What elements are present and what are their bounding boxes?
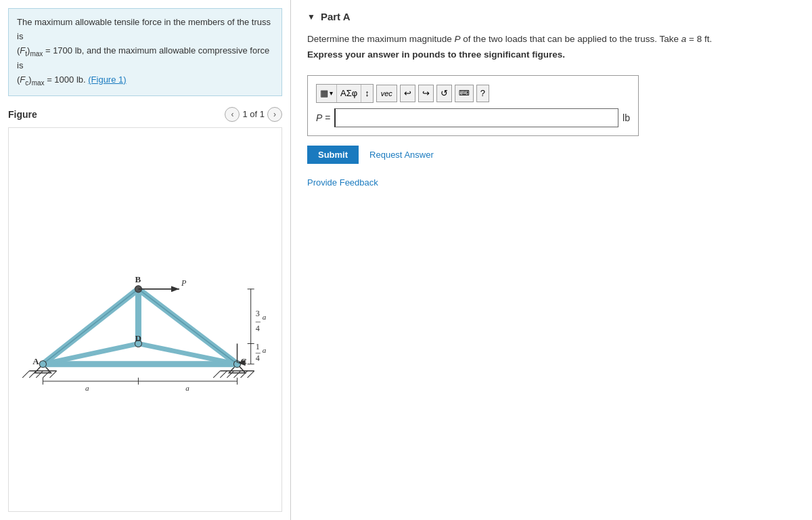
vec-button[interactable]: vec: [376, 85, 397, 102]
arrows-button[interactable]: ↕: [361, 85, 373, 102]
truss-figure: 3 ─ 4 a 1 ─ 4 a a a: [9, 128, 281, 511]
svg-text:D: D: [135, 333, 141, 343]
part-label: Part A: [321, 11, 351, 22]
svg-text:a: a: [85, 384, 89, 392]
svg-line-1: [22, 370, 29, 377]
prev-figure-button[interactable]: ‹: [225, 107, 240, 122]
svg-text:a: a: [185, 384, 189, 392]
figure-link[interactable]: (Figure 1): [88, 74, 126, 85]
collapse-icon[interactable]: ▼: [307, 12, 315, 22]
svg-line-3: [36, 370, 43, 377]
input-row: P = lb: [316, 108, 630, 127]
svg-text:3: 3: [256, 309, 260, 318]
undo-button[interactable]: ↩: [400, 85, 415, 102]
svg-text:a: a: [263, 345, 267, 353]
svg-text:P: P: [181, 278, 187, 287]
svg-text:a: a: [263, 313, 267, 321]
icon-group-left: ▦ ▾ ΑΣφ ↕: [316, 84, 374, 103]
problem-description: Determine the maximum magnitude P of the…: [307, 32, 796, 63]
node-A: [39, 360, 46, 367]
action-row: Submit Request Answer: [307, 146, 796, 164]
unit-label: lb: [623, 112, 630, 123]
problem-statement: The maximum allowable tensile force in t…: [8, 8, 282, 96]
svg-text:4: 4: [256, 353, 260, 362]
answer-format-instruction: Express your answer in pounds to three s…: [307, 49, 565, 60]
refresh-button[interactable]: ↺: [436, 85, 452, 102]
svg-line-4: [43, 370, 49, 377]
figure-title: Figure: [8, 109, 37, 120]
redo-button[interactable]: ↪: [418, 85, 434, 102]
answer-box: ▦ ▾ ΑΣφ ↕ vec ↩ ↪: [307, 75, 639, 136]
page-indicator: 1 of 1: [242, 109, 265, 119]
svg-text:B: B: [135, 274, 141, 284]
svg-line-13: [248, 370, 254, 377]
keyboard-button[interactable]: ⌨: [455, 85, 474, 102]
problem-text: The maximum allowable tensile force in t…: [17, 17, 271, 85]
svg-text:A: A: [32, 355, 39, 366]
left-panel: The maximum allowable tensile force in t…: [0, 0, 291, 520]
math-symbols-button[interactable]: ΑΣφ: [337, 85, 361, 102]
answer-input[interactable]: [334, 108, 618, 127]
right-panel: ▼ Part A Determine the maximum magnitude…: [291, 0, 812, 520]
svg-line-11: [233, 370, 240, 377]
svg-line-8: [213, 370, 220, 377]
figure-section: Figure ‹ 1 of 1 ›: [0, 104, 290, 520]
figure-canvas: 3 ─ 4 a 1 ─ 4 a a a: [8, 127, 282, 512]
part-header: ▼ Part A: [307, 11, 796, 22]
submit-button[interactable]: Submit: [307, 146, 359, 164]
figure-nav: ‹ 1 of 1 ›: [225, 107, 282, 122]
svg-text:4: 4: [256, 324, 260, 333]
figure-header: Figure ‹ 1 of 1 ›: [8, 107, 282, 122]
next-figure-button[interactable]: ›: [267, 107, 282, 122]
feedback-link[interactable]: Provide Feedback: [307, 177, 796, 188]
toolbar: ▦ ▾ ΑΣφ ↕ vec ↩ ↪: [316, 84, 630, 103]
svg-line-9: [220, 370, 227, 377]
svg-text:C: C: [241, 355, 247, 366]
input-label: P =: [316, 112, 330, 123]
help-button[interactable]: ?: [476, 85, 489, 102]
matrix-button[interactable]: ▦ ▾: [317, 85, 337, 102]
request-answer-link[interactable]: Request Answer: [369, 150, 434, 160]
